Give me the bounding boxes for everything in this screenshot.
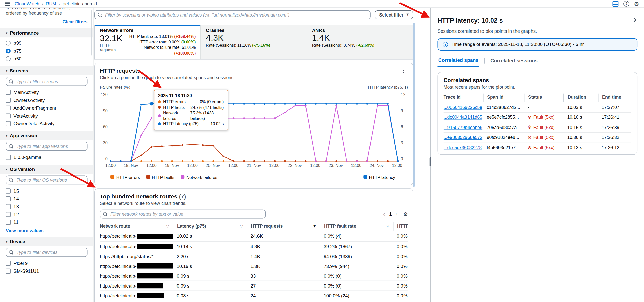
data-point-http-faults[interactable]	[182, 144, 183, 146]
data-point-http-errors[interactable]	[182, 160, 183, 162]
data-point-http-latency[interactable]	[274, 103, 276, 105]
checkbox-icon[interactable]	[6, 188, 11, 193]
network-route-row[interactable]: http://petclinicalb-0.09 s270.0% (0)0.0%…	[100, 281, 408, 291]
data-point-http-latency[interactable]	[120, 160, 121, 162]
data-point-http-faults[interactable]	[274, 160, 276, 162]
data-point-http-latency[interactable]	[346, 103, 347, 105]
screen-option-vetsactivity[interactable]: VetsActivity	[6, 112, 88, 120]
data-point-network-failures[interactable]	[366, 160, 368, 162]
checkbox-icon[interactable]	[6, 105, 11, 110]
section-screens[interactable]: ▾ Screens	[0, 66, 93, 75]
data-point-http-faults[interactable]	[202, 144, 204, 146]
network-route-row[interactable]: http://petclinicalb-...10.14 s4.8K39.2% …	[100, 241, 408, 251]
data-point-network-failures[interactable]	[253, 117, 255, 119]
data-point-http-errors[interactable]	[161, 160, 163, 162]
sidebar-scrollbar[interactable]	[91, 10, 92, 55]
network-route-row[interactable]: http://petclinicalb-...10.19 s1.3K73.9% …	[100, 261, 408, 271]
column-header-span-id[interactable]: Span Id	[483, 94, 524, 102]
os-version-option-14[interactable]: 14	[6, 195, 88, 203]
data-point-http-faults[interactable]	[295, 160, 296, 162]
data-point-network-failures[interactable]	[305, 105, 306, 106]
pagination-page-1[interactable]: 1	[389, 212, 392, 216]
data-point-network-failures[interactable]	[233, 117, 234, 119]
metric-tab-crashes[interactable]: Crashes 4.3K Rate (Sessions): 11.16% (-7…	[201, 25, 307, 59]
legend-http-faults[interactable]: HTTP faults	[146, 174, 174, 179]
device-filter-input[interactable]	[6, 248, 88, 257]
collapse-panel-chevron-icon[interactable]	[632, 17, 636, 22]
data-point-http-latency[interactable]	[233, 103, 234, 105]
sort-icon[interactable]: ▽	[166, 224, 170, 228]
data-point-http-faults[interactable]	[140, 154, 142, 156]
checkbox-icon[interactable]	[6, 155, 11, 160]
app-version-filter-input[interactable]	[6, 142, 88, 151]
data-point-network-failures[interactable]	[284, 112, 286, 113]
data-point-http-faults[interactable]	[305, 160, 306, 162]
data-point-network-failures[interactable]	[377, 105, 378, 106]
screens-filter-input[interactable]	[6, 77, 88, 86]
data-point-http-latency[interactable]	[264, 103, 265, 105]
checkbox-icon[interactable]	[6, 196, 11, 201]
performance-option-p50[interactable]: p50	[6, 55, 88, 62]
data-point-http-latency[interactable]	[140, 104, 142, 105]
metric-tab-anrs[interactable]: ANRs 1.4K Rate (Sessions): 3.74% (-62.69…	[307, 25, 413, 59]
network-route-row[interactable]: http://petclinicalb-0.09 s330.0% (0)0.0%…	[100, 271, 408, 281]
network-route-row[interactable]: http://petclinicalb-0.08 s24100.0% (24)0…	[100, 290, 408, 300]
data-point-http-faults[interactable]	[243, 160, 245, 162]
data-point-http-faults[interactable]	[161, 145, 163, 147]
data-point-http-faults[interactable]	[233, 160, 234, 162]
performance-option-p99[interactable]: p99	[6, 39, 88, 47]
data-point-http-latency[interactable]	[253, 103, 255, 105]
data-point-http-latency[interactable]	[110, 160, 111, 162]
data-point-http-latency[interactable]	[377, 103, 378, 105]
selected-data-point[interactable]	[150, 102, 153, 106]
column-header-network-route[interactable]: Network route▽	[100, 222, 173, 231]
section-performance[interactable]: ▾ Performance	[0, 28, 93, 38]
data-point-http-errors[interactable]	[212, 160, 214, 162]
data-point-http-latency[interactable]	[335, 103, 337, 105]
data-point-network-failures[interactable]	[315, 160, 317, 162]
checkbox-icon[interactable]	[6, 98, 11, 102]
trace-id-link[interactable]: ...e980352958e572	[444, 135, 482, 140]
device-option-sm-s911u1[interactable]: SM-S911U1	[6, 267, 88, 275]
data-point-network-failures[interactable]	[295, 105, 296, 106]
column-header-status[interactable]: Status	[524, 94, 564, 102]
data-point-http-faults[interactable]	[223, 156, 224, 157]
data-point-http-latency[interactable]	[366, 103, 368, 105]
data-point-http-latency[interactable]	[325, 103, 327, 105]
data-point-http-errors[interactable]	[202, 160, 204, 162]
data-point-http-latency[interactable]	[387, 103, 389, 105]
pagination-next-icon[interactable]: ›	[395, 211, 398, 217]
data-point-http-faults[interactable]	[253, 160, 255, 162]
checkbox-icon[interactable]	[6, 268, 11, 273]
metric-tab-network-errors[interactable]: Network errors 32.1K HTTP requests HTTP …	[95, 25, 201, 59]
section-os-version[interactable]: ▾ OS version	[0, 165, 93, 174]
data-point-http-faults[interactable]	[212, 145, 214, 146]
data-point-http-latency[interactable]	[243, 103, 245, 105]
kebab-menu-icon[interactable]: ⋮	[399, 67, 408, 73]
checkbox-icon[interactable]	[6, 90, 11, 94]
column-header-http-requests[interactable]: HTTP requests▼	[247, 222, 320, 231]
data-point-network-failures[interactable]	[335, 105, 337, 106]
help-icon[interactable]: ?	[624, 1, 630, 7]
clear-filters-link[interactable]: Clear filters	[63, 19, 88, 24]
attribute-filter-input[interactable]	[94, 10, 371, 19]
data-point-http-latency[interactable]	[356, 103, 358, 105]
os-version-filter-input[interactable]	[6, 176, 88, 185]
column-header-duration[interactable]: Duration	[564, 94, 598, 102]
breadcrumb-cloudwatch[interactable]: CloudWatch	[15, 1, 39, 6]
breadcrumb-rum[interactable]: RUM	[46, 1, 56, 6]
checkbox-icon[interactable]	[6, 204, 11, 209]
select-filter-button[interactable]: Select filter ▼	[375, 10, 413, 19]
data-point-network-failures[interactable]	[151, 117, 152, 119]
column-header-trace-id[interactable]: Trace Id	[444, 94, 483, 102]
data-point-network-failures[interactable]	[140, 135, 142, 136]
data-point-network-failures[interactable]	[356, 160, 358, 162]
trace-id-link[interactable]: ...dcc5c736082278	[444, 145, 482, 150]
data-point-http-latency[interactable]	[284, 103, 286, 105]
checkbox-icon[interactable]	[6, 121, 11, 126]
sort-icon[interactable]: ▽	[387, 224, 390, 228]
performance-option-p75[interactable]: p75	[6, 47, 88, 55]
trace-id-link[interactable]: ...9150779b4eabe9	[444, 125, 482, 130]
data-point-http-latency[interactable]	[315, 103, 317, 105]
data-point-network-failures[interactable]	[325, 160, 327, 162]
